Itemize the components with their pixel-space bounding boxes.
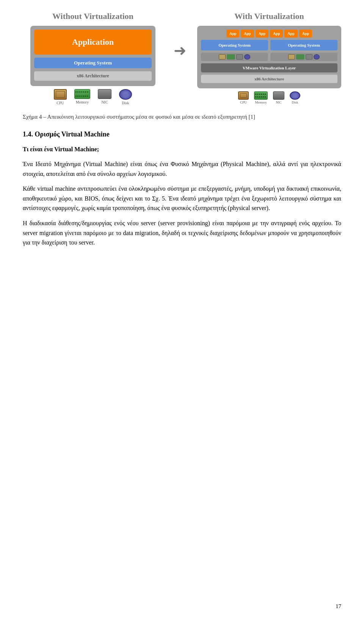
without-box: Application Operating System x86 Archite… [30,26,155,86]
paragraph-4: Η διαδικασία διάθεσης/δημιουργίας ενός ν… [23,218,341,248]
paragraph-1: Ένα Ιδεατό Μηχάνημα (Virtual Machine) εί… [23,159,341,179]
arrow-section: ➜ [171,11,190,60]
hw-disk: Disk [119,89,132,105]
nic-icon [98,89,111,99]
with-box: App App App App App App Operating System… [197,26,341,88]
with-title: With Virtualization [234,11,304,21]
paragraph-1-text: Ένα Ιδεατό Μηχάνημα (Virtual Machine) εί… [23,161,341,177]
section-number: 1.4. [23,130,33,138]
cpu-label-sm: CPU [240,100,247,104]
memory-icon-sm [254,91,268,100]
hw-disk-sm: Disk [290,91,300,104]
without-virtualization-side: Without Virtualization Application Opera… [23,11,163,105]
memory-label: Memory [76,100,89,104]
app-6: App [299,30,312,38]
os-row: Operating System Operating System [201,40,337,50]
nic-icon-sm [273,91,284,100]
hw-memory-sm: Memory [254,91,268,104]
paragraph-4-text: Η διαδικασία διάθεσης/δημιουργίας ενός ν… [23,220,341,246]
paragraph-2: Κάθε virtual machine αντιπροσωπεύει ένα … [23,184,341,213]
os-block-1: Operating System [201,40,268,50]
without-title: Without Virtualization [52,11,133,21]
app-block: Application [34,30,152,55]
subsection-strong: Τι είναι ένα Virtual Machine; [23,146,99,152]
app-2: App [241,30,254,38]
disk-icon-sm [290,91,300,100]
page-content: Without Virtualization Application Opera… [0,0,364,276]
disk-icon [119,89,132,100]
diagram-section: Without Virtualization Application Opera… [23,11,341,105]
hw-memory: Memory [74,89,90,105]
hw-nic-sm: NIC [273,91,284,104]
with-virtualization-side: With Virtualization App App App App App … [197,11,341,104]
nic-label-sm: NIC [276,100,282,104]
apps-row: App App App App App App [201,30,337,38]
cpu-icon-sm [238,91,249,100]
nic-label: NIC [101,100,108,104]
disk-label-sm: Disk [292,100,298,104]
cpu-icon [54,89,67,100]
memory-icon [74,89,90,99]
disk-label: Disk [122,101,129,105]
arch-block-with: x86 Architecture [201,75,337,83]
hw-row-with: CPU Memory NIC Disk [238,91,300,104]
hw-nic: NIC [98,89,111,105]
subsection-label: Τι είναι ένα Virtual Machine; [23,144,341,154]
vmware-layer: VMware Virtualization Layer [201,63,337,72]
app-3: App [256,30,268,38]
cpu-label: CPU [56,101,64,105]
os-block: Operating System [34,58,152,68]
arrow-icon: ➜ [174,42,187,60]
os-block-2: Operating System [270,40,337,50]
app-5: App [284,30,297,38]
arch-block: x86 Architecture [34,71,152,81]
hw-cpu: CPU [54,89,67,105]
page-number: 17 [336,603,341,610]
memory-label-sm: Memory [255,100,267,104]
section-heading: 1.4. Ορισμός Virtual Machine [23,130,341,138]
hw-cpu-sm: CPU [238,91,249,104]
hw-row-without: CPU Memory NIC Disk [54,89,132,105]
app-1: App [226,30,239,38]
section-title: Ορισμός Virtual Machine [35,130,110,138]
figure-caption: Σχήμα 4 – Απεικόνιση λειτουργικού συστήμ… [23,113,341,121]
app-4: App [270,30,283,38]
